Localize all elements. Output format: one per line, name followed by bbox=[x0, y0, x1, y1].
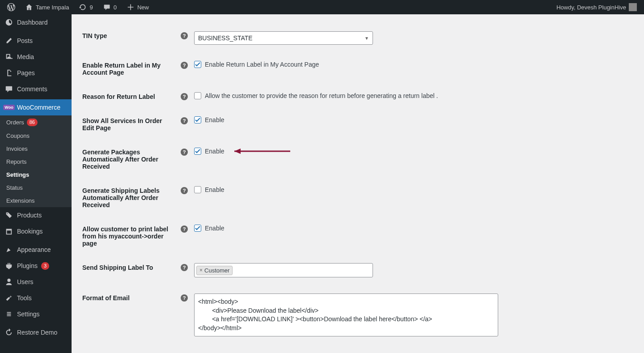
help-icon[interactable]: ? bbox=[181, 149, 188, 156]
checkbox-reason-return[interactable] bbox=[194, 92, 201, 99]
menu-plugins[interactable]: Plugins3 bbox=[0, 258, 72, 274]
wp-logo[interactable] bbox=[4, 0, 19, 14]
submenu-status[interactable]: Status bbox=[0, 181, 72, 194]
checkbox-gen-packages[interactable] bbox=[194, 148, 201, 155]
comments-link[interactable]: 0 bbox=[99, 0, 120, 14]
menu-settings[interactable]: Settings bbox=[0, 306, 72, 322]
menu-pages[interactable]: Pages bbox=[0, 65, 72, 81]
submenu-coupons[interactable]: Coupons bbox=[0, 129, 72, 142]
help-icon[interactable]: ? bbox=[181, 264, 188, 271]
tag-remove-icon[interactable]: × bbox=[199, 267, 203, 273]
menu-tools[interactable]: Tools bbox=[0, 290, 72, 306]
menu-label: Plugins bbox=[17, 262, 38, 269]
help-icon[interactable]: ? bbox=[181, 187, 188, 194]
svg-marker-1 bbox=[234, 149, 241, 154]
label-return-label: Enable Return Label in My Account Page bbox=[82, 61, 181, 76]
submenu-reports[interactable]: Reports bbox=[0, 155, 72, 168]
submenu-settings[interactable]: Settings bbox=[0, 168, 72, 181]
checkbox-label: Enable Return Label in My Account Page bbox=[205, 61, 319, 68]
menu-users[interactable]: Users bbox=[0, 274, 72, 290]
menu-posts[interactable]: Posts bbox=[0, 33, 72, 49]
checkbox-label: Enable bbox=[205, 225, 225, 232]
menu-label: Comments bbox=[17, 85, 47, 93]
row-show-services: Show All Services In Order Edit Page ? E… bbox=[82, 108, 633, 140]
chevron-down-icon: ▼ bbox=[364, 36, 369, 41]
label-send-to: Send Shipping Label To bbox=[82, 263, 181, 271]
label-gen-packages: Generate Packages Automatically After Or… bbox=[82, 148, 181, 170]
orders-badge: 86 bbox=[27, 119, 38, 126]
menu-label: Appearance bbox=[17, 246, 51, 253]
menu-label: Products bbox=[17, 212, 42, 219]
checkbox-return-label[interactable] bbox=[194, 61, 201, 68]
help-icon[interactable]: ? bbox=[181, 225, 188, 233]
help-icon[interactable]: ? bbox=[181, 93, 188, 100]
row-allow-print: Allow customer to print label from his m… bbox=[82, 217, 633, 255]
menu-comments[interactable]: Comments bbox=[0, 81, 72, 97]
updates-link[interactable]: 9 bbox=[75, 0, 96, 14]
menu-label: WooCommerce bbox=[17, 104, 60, 111]
help-icon[interactable]: ? bbox=[181, 117, 188, 124]
submenu-label: Settings bbox=[6, 171, 29, 178]
tag-label: Customer bbox=[204, 267, 229, 274]
wordpress-icon bbox=[7, 3, 15, 11]
menu-label: Pages bbox=[17, 69, 35, 77]
annotation-arrow-icon bbox=[225, 147, 292, 156]
select-value: BUSINESS_STATE bbox=[198, 34, 253, 42]
menu-label: Dashboard bbox=[17, 19, 48, 26]
dashboard-icon bbox=[4, 18, 13, 27]
menu-label: Bookings bbox=[17, 228, 43, 235]
settings-icon bbox=[4, 310, 13, 319]
checkbox-show-services[interactable] bbox=[194, 116, 201, 123]
menu-bookings[interactable]: Bookings bbox=[0, 223, 72, 239]
submenu-extensions[interactable]: Extensions bbox=[0, 194, 72, 207]
checkbox-label: Allow the customer to provide the reason… bbox=[205, 92, 438, 99]
textarea-email-format[interactable]: <html><body> <div>Please Download the la… bbox=[194, 293, 498, 336]
submenu-invoices[interactable]: Invoices bbox=[0, 142, 72, 155]
user-icon bbox=[4, 277, 13, 286]
media-icon bbox=[4, 52, 13, 61]
admin-sidebar: Dashboard Posts Media Pages Comments Woo… bbox=[0, 14, 72, 353]
site-name-link[interactable]: Tame Impala bbox=[21, 0, 72, 14]
menu-media[interactable]: Media bbox=[0, 49, 72, 65]
new-content-link[interactable]: New bbox=[123, 0, 153, 14]
submenu-label: Orders bbox=[6, 119, 24, 126]
help-icon[interactable]: ? bbox=[181, 32, 188, 39]
submenu-label: Extensions bbox=[6, 197, 35, 204]
menu-dashboard[interactable]: Dashboard bbox=[0, 14, 72, 30]
tag-input-send-to[interactable]: ×Customer bbox=[194, 263, 373, 277]
select-tin-type[interactable]: BUSINESS_STATE ▼ bbox=[194, 31, 373, 45]
woocommerce-submenu: Orders86 Coupons Invoices Reports Settin… bbox=[0, 115, 72, 207]
submenu-label: Status bbox=[6, 184, 23, 191]
menu-label: Media bbox=[17, 53, 34, 60]
label-allow-print: Allow customer to print label from his m… bbox=[82, 225, 181, 247]
help-icon[interactable]: ? bbox=[181, 62, 188, 69]
menu-label: Users bbox=[17, 278, 34, 285]
menu-woocommerce[interactable]: WooWooCommerce bbox=[0, 99, 72, 115]
help-icon[interactable]: ? bbox=[181, 294, 188, 302]
tag-customer: ×Customer bbox=[196, 266, 233, 275]
settings-content: TIN type ? BUSINESS_STATE ▼ Enable Retur… bbox=[72, 14, 644, 353]
menu-appearance[interactable]: Appearance bbox=[0, 242, 72, 258]
pages-icon bbox=[4, 68, 13, 77]
menu-label: Restore Demo bbox=[17, 329, 57, 336]
menu-products[interactable]: Products bbox=[0, 207, 72, 223]
plugin-icon bbox=[4, 261, 13, 270]
calendar-icon bbox=[4, 227, 13, 236]
plus-icon bbox=[127, 3, 135, 11]
my-account-link[interactable]: Howdy, Devesh PluginHive bbox=[553, 0, 640, 14]
row-gen-packages: Generate Packages Automatically After Or… bbox=[82, 140, 633, 178]
site-name: Tame Impala bbox=[36, 4, 69, 11]
menu-label: Settings bbox=[17, 310, 40, 318]
submenu-orders[interactable]: Orders86 bbox=[0, 115, 72, 129]
updates-count: 9 bbox=[89, 4, 93, 11]
row-send-to: Send Shipping Label To ? ×Customer bbox=[82, 255, 633, 285]
menu-restore-demo[interactable]: Restore Demo bbox=[0, 324, 72, 340]
comment-icon bbox=[4, 85, 13, 94]
plugins-badge: 3 bbox=[41, 262, 49, 270]
row-reason-return: Reason for Return Label ? Allow the cust… bbox=[82, 84, 633, 108]
appearance-icon bbox=[4, 245, 13, 254]
checkbox-allow-print[interactable] bbox=[194, 225, 201, 232]
checkbox-label: Enable bbox=[205, 116, 225, 123]
checkbox-gen-labels[interactable] bbox=[194, 186, 201, 193]
row-tin-type: TIN type ? BUSINESS_STATE ▼ bbox=[82, 23, 633, 53]
